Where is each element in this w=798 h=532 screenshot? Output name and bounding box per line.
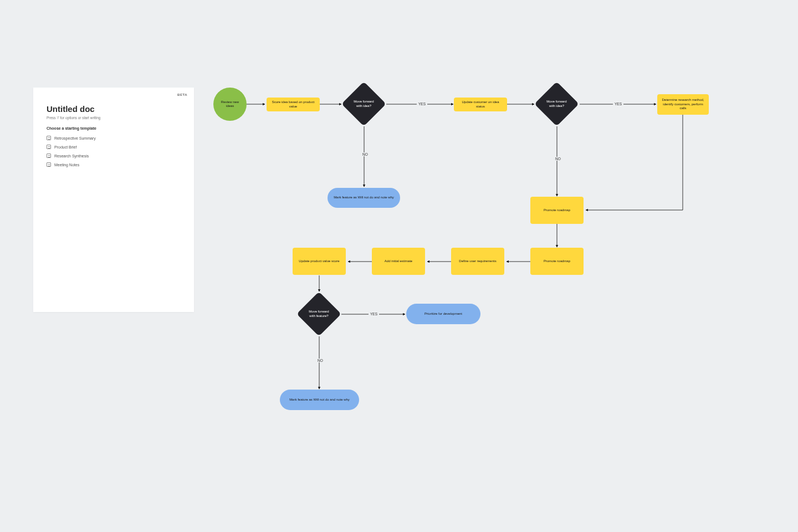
node-mark-not-do-1[interactable]: Mark feature as Will not do and note why bbox=[328, 188, 400, 208]
decision-label: Move forward with idea? bbox=[348, 88, 380, 120]
decision-label: Move forward with feature? bbox=[303, 298, 335, 330]
node-add-estimate[interactable]: Add initial estimate bbox=[372, 248, 425, 275]
node-decision-1[interactable]: Move forward with idea? bbox=[348, 88, 380, 120]
node-promote-2[interactable]: Promote roadmap bbox=[530, 248, 584, 275]
node-define-requirements[interactable]: Define user requirements bbox=[451, 248, 504, 275]
node-mark-not-do-2[interactable]: Mark feature as Will not do and note why bbox=[280, 390, 359, 410]
node-determine-research[interactable]: Determine research method, identify cust… bbox=[657, 94, 709, 115]
edge-label-yes: YES bbox=[613, 102, 623, 106]
edge-label-no: NO bbox=[361, 152, 370, 156]
node-score-idea[interactable]: Score idea based on product value bbox=[267, 98, 320, 111]
flowchart-canvas[interactable]: YES YES NO NO YES NO Review new ideas Sc… bbox=[0, 0, 798, 532]
decision-label: Move forward with idea? bbox=[541, 88, 572, 120]
node-update-score[interactable]: Update product value score bbox=[293, 248, 346, 275]
node-prioritize[interactable]: Prioritize for development bbox=[406, 304, 480, 324]
edge-label-no: NO bbox=[316, 359, 325, 362]
node-promote-1[interactable]: Promote roadmap bbox=[530, 197, 584, 224]
node-decision-2[interactable]: Move forward with idea? bbox=[541, 88, 572, 120]
edge-label-yes: YES bbox=[369, 312, 379, 316]
edge-label-yes: YES bbox=[417, 102, 427, 106]
node-decision-3[interactable]: Move forward with feature? bbox=[303, 298, 335, 330]
edge-label-no: NO bbox=[554, 157, 562, 161]
node-start-review[interactable]: Review new ideas bbox=[213, 88, 247, 121]
node-update-status[interactable]: Update customer on idea status bbox=[454, 98, 507, 111]
